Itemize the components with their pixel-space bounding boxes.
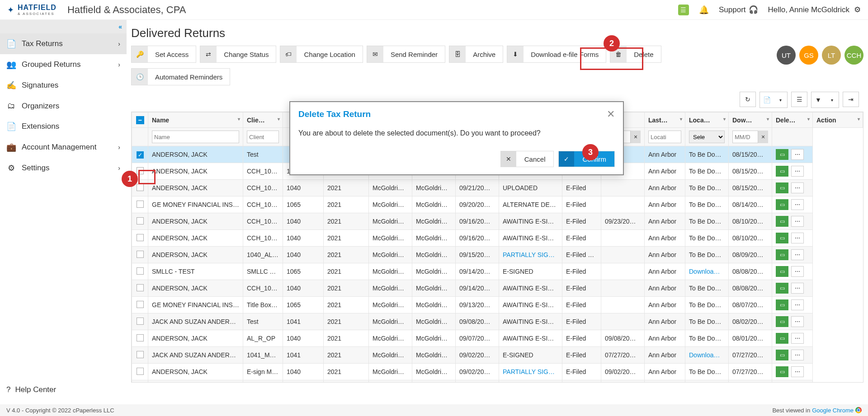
col-header[interactable]: Dow…▾ — [729, 112, 772, 128]
avatar-gs[interactable]: GS — [799, 46, 818, 65]
filter-client[interactable] — [247, 131, 279, 143]
row-action-more[interactable]: ⋯ — [791, 199, 804, 210]
row-action-more[interactable]: ⋯ — [791, 233, 804, 243]
nav-organizers[interactable]: 🗂 Organizers — [0, 96, 127, 116]
row-action-card[interactable]: ▭ — [776, 216, 788, 227]
row-action-card[interactable]: ▭ — [776, 283, 788, 294]
row-action-more[interactable]: ⋯ — [791, 166, 804, 177]
nav-signatures[interactable]: ✍ Signatures — [0, 75, 127, 96]
avatar-ut[interactable]: UT — [777, 46, 796, 65]
row-action-more[interactable]: ⋯ — [791, 149, 804, 160]
row-action-more[interactable]: ⋯ — [791, 333, 804, 344]
row-action-card[interactable]: ▭ — [776, 299, 788, 310]
col-header[interactable]: Dele…▾ — [772, 112, 813, 128]
table-row[interactable]: SMLLC - TEST SMLLC T… 1065 2021 McGoldri… — [132, 263, 863, 280]
table-row[interactable]: ANDERSON, JACK CCH_104… 1040 2021 McGold… — [132, 213, 863, 230]
gear-icon[interactable]: ⚙ — [854, 5, 861, 14]
row-checkbox[interactable]: ✓ — [132, 146, 148, 163]
row-action-card[interactable]: ▭ — [776, 333, 788, 344]
row-action-more[interactable]: ⋯ — [791, 316, 804, 327]
row-checkbox[interactable] — [132, 196, 148, 213]
table-row[interactable]: ANDERSON, JACK CCH_104… 1040 2021 McGold… — [132, 230, 863, 247]
row-action-card[interactable]: ▭ — [776, 166, 788, 177]
table-row[interactable]: GE MONEY FINANCIAL INSTI… CCH_106… 1065 … — [132, 196, 863, 213]
table-row[interactable]: ANDERSON, JACK AL_R_OP 1040 2021 McGoldr… — [132, 330, 863, 347]
row-action-card[interactable]: ▭ — [776, 366, 788, 377]
row-action-more[interactable]: ⋯ — [791, 350, 804, 360]
avatar-lt[interactable]: LT — [822, 46, 841, 65]
table-row[interactable]: ANDERSON, JACK CCH_104… 1040 2021 McGold… — [132, 180, 863, 196]
row-checkbox[interactable] — [132, 347, 148, 364]
send-reminder-button[interactable]: ✉ Send Reminder — [367, 46, 445, 63]
cancel-button[interactable]: ✕ Cancel — [500, 151, 554, 167]
clear-lastrem[interactable]: × — [631, 131, 641, 143]
nav-tax-returns[interactable]: 📄 Tax Returns › — [0, 33, 127, 54]
row-action-more[interactable]: ⋯ — [791, 216, 804, 227]
filter-download[interactable]: Sele — [689, 131, 725, 143]
support-link[interactable]: Support 🎧 — [719, 5, 758, 14]
select-all-header[interactable]: − — [132, 112, 148, 128]
archive-button[interactable]: 🗄 Archive — [449, 46, 503, 63]
row-action-more[interactable]: ⋯ — [791, 182, 804, 193]
table-row[interactable]: ANDERSON, JACK E-sign M… 1040 2021 McGol… — [132, 364, 863, 380]
bell-icon[interactable]: 🔔 — [699, 5, 709, 15]
row-action-more[interactable]: ⋯ — [791, 249, 804, 260]
row-checkbox[interactable] — [132, 247, 148, 263]
help-center[interactable]: ? Help Center — [0, 380, 62, 400]
table-row[interactable]: ANDERSON, JACK CCH_104… 1040 2021 McGold… — [132, 280, 863, 297]
row-checkbox[interactable] — [132, 213, 148, 230]
nav-settings[interactable]: ⚙ Settings › — [0, 158, 127, 178]
col-header[interactable]: Name▾ — [148, 112, 243, 128]
change-location-button[interactable]: 🏷 Change Location — [280, 46, 363, 63]
row-checkbox[interactable] — [132, 297, 148, 313]
row-action-card[interactable]: ▭ — [776, 233, 788, 243]
filter-name[interactable] — [152, 131, 239, 143]
clear-deleted[interactable]: × — [758, 131, 768, 143]
row-action-card[interactable]: ▭ — [776, 249, 788, 260]
col-header[interactable]: Action▾ — [813, 112, 863, 128]
row-action-more[interactable]: ⋯ — [791, 283, 804, 294]
import-button[interactable]: ⇥ — [843, 92, 859, 107]
row-action-card[interactable]: ▭ — [776, 350, 788, 360]
refresh-button[interactable]: ↻ — [740, 92, 756, 107]
filter-deleted[interactable] — [732, 131, 758, 143]
change-status-button[interactable]: ⇄ Change Status — [200, 46, 276, 63]
set-access-button[interactable]: 🔑 Set Access — [131, 46, 196, 63]
row-checkbox[interactable] — [132, 280, 148, 297]
filter-button[interactable]: ▼ ▾ — [811, 92, 839, 108]
sidebar-collapse[interactable]: « — [0, 20, 127, 33]
row-action-more[interactable]: ⋯ — [791, 266, 804, 277]
table-row[interactable]: ANDERSON, JACK 1040_AL_R 1040 2021 McGol… — [132, 247, 863, 263]
nav-grouped-returns[interactable]: 👥 Grouped Returns › — [0, 54, 127, 75]
export-button[interactable]: 📄 ▾ — [760, 92, 788, 108]
col-header[interactable]: Loca…▾ — [685, 112, 729, 128]
chrome-link[interactable]: Google Chrome — [812, 407, 854, 414]
row-checkbox[interactable] — [132, 380, 148, 383]
columns-button[interactable]: ☰ — [791, 92, 807, 107]
row-action-card[interactable]: ▭ — [776, 149, 788, 160]
table-row[interactable]: JACK AND SUZAN ANDERSO… 1041_MA… 1041 20… — [132, 347, 863, 364]
row-checkbox[interactable] — [132, 313, 148, 330]
row-action-card[interactable]: ▭ — [776, 199, 788, 210]
row-checkbox[interactable] — [132, 263, 148, 280]
nav-account-management[interactable]: 💼 Account Management › — [0, 137, 127, 158]
row-action-more[interactable]: ⋯ — [791, 366, 804, 377]
row-action-card[interactable]: ▭ — [776, 266, 788, 277]
automated-reminders-button[interactable]: 🕒 Automated Reminders — [131, 68, 230, 85]
avatar-cch[interactable]: CCH — [844, 46, 863, 65]
col-header[interactable]: Last…▾ — [645, 112, 685, 128]
row-checkbox[interactable] — [132, 364, 148, 380]
filter-location[interactable] — [648, 131, 681, 143]
col-header[interactable]: Clie…▾ — [243, 112, 283, 128]
row-action-more[interactable]: ⋯ — [791, 299, 804, 310]
user-greeting[interactable]: Hello, Annie McGoldrick ⚙ — [768, 5, 861, 14]
row-action-card[interactable]: ▭ — [776, 316, 788, 327]
row-action-card[interactable]: ▭ — [776, 182, 788, 193]
nav-extensions[interactable]: 📄 Extensions — [0, 116, 127, 137]
modal-close[interactable]: ✕ — [607, 108, 615, 120]
table-row[interactable]: ANDERSON, JACK CCH_104 1040 2021 McGoldr… — [132, 380, 863, 383]
row-checkbox[interactable] — [132, 230, 148, 247]
table-row[interactable]: GE MONEY FINANCIAL INSTI… Title Box… 106… — [132, 297, 863, 313]
table-row[interactable]: JACK AND SUZAN ANDERSO… Test 1041 2021 M… — [132, 313, 863, 330]
row-checkbox[interactable] — [132, 330, 148, 347]
